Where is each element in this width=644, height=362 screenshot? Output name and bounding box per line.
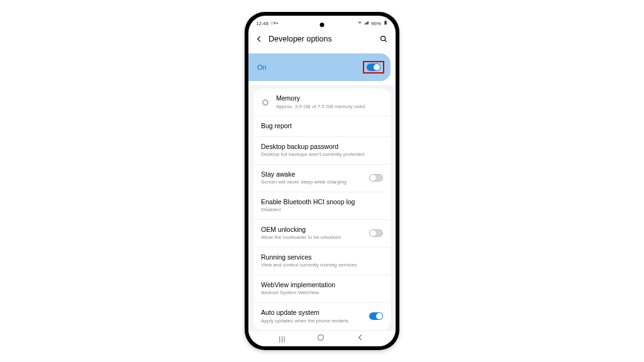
- row-oem-unlocking[interactable]: OEM unlocking Allow the bootloader to be…: [253, 220, 391, 248]
- row-subtitle: Desktop full backups aren't currently pr…: [261, 151, 383, 158]
- row-bluetooth-hci[interactable]: Enable Bluetooth HCI snoop log Disabled: [253, 192, 391, 220]
- page-title: Developer options: [269, 35, 378, 43]
- nav-home[interactable]: [316, 333, 325, 344]
- battery-percent: 96%: [371, 21, 381, 26]
- svg-rect-1: [385, 21, 386, 21]
- svg-line-3: [385, 40, 387, 42]
- row-running-services[interactable]: Running services View and control curren…: [253, 248, 391, 275]
- row-title: Running services: [261, 253, 383, 262]
- stay-awake-toggle[interactable]: [369, 174, 383, 182]
- auto-update-toggle[interactable]: [369, 312, 383, 320]
- row-webview-implementation[interactable]: WebView implementation Android System We…: [253, 275, 391, 303]
- battery-icon: [383, 19, 388, 27]
- oem-unlocking-toggle[interactable]: [369, 229, 383, 237]
- row-subtitle: Allow the bootloader to be unlocked: [261, 234, 363, 241]
- row-desktop-backup-password[interactable]: Desktop backup password Desktop full bac…: [253, 137, 391, 165]
- nav-recents[interactable]: |||: [279, 336, 286, 343]
- wifi-icon: [357, 20, 362, 26]
- search-button[interactable]: [378, 33, 389, 45]
- signal-icon: [364, 20, 369, 26]
- master-toggle-label: On: [257, 63, 267, 71]
- master-toggle-row[interactable]: On: [248, 53, 391, 81]
- row-title: Stay awake: [261, 170, 363, 179]
- row-subtitle: Disabled: [261, 207, 383, 213]
- nav-back[interactable]: [356, 333, 365, 344]
- row-title: WebView implementation: [261, 281, 383, 290]
- row-title: Memory: [276, 94, 383, 103]
- back-button[interactable]: [253, 33, 265, 45]
- svg-rect-5: [318, 335, 323, 340]
- master-toggle-switch[interactable]: [367, 63, 380, 71]
- row-bug-report[interactable]: Bug report: [253, 116, 391, 137]
- svg-rect-0: [384, 21, 386, 25]
- row-title: Bug report: [261, 122, 383, 131]
- phone-screen: 12:48 ⁝ ⁝ ✕ • 96% Developer opt: [248, 16, 396, 346]
- svg-point-2: [381, 36, 386, 41]
- status-notification-icons: ⁝ ⁝ ✕ •: [270, 21, 277, 26]
- front-camera: [320, 23, 325, 27]
- row-subtitle: Screen will never sleep while charging: [261, 179, 363, 185]
- system-nav-bar: |||: [248, 331, 396, 346]
- status-time: 12:48: [256, 21, 269, 26]
- row-subtitle: View and control currently running servi…: [261, 262, 383, 268]
- row-memory[interactable]: Memory Approx. 3.9 GB of 7.5 GB memory u…: [253, 89, 391, 116]
- settings-list: Memory Approx. 3.9 GB of 7.5 GB memory u…: [248, 85, 396, 331]
- row-subtitle: Android System WebView: [261, 290, 383, 296]
- row-auto-update-system[interactable]: Auto update system Apply updates when th…: [253, 303, 391, 330]
- annotation-highlight: [363, 61, 384, 74]
- app-header: Developer options: [248, 31, 396, 50]
- row-title: Enable Bluetooth HCI snoop log: [261, 198, 383, 207]
- row-title: Desktop backup password: [261, 143, 383, 151]
- row-subtitle: Approx. 3.9 GB of 7.5 GB memory used: [276, 104, 383, 110]
- row-title: OEM unlocking: [261, 226, 363, 234]
- row-subtitle: Apply updates when the phone restarts.: [261, 318, 363, 324]
- svg-rect-4: [264, 100, 268, 104]
- phone-frame: 12:48 ⁝ ⁝ ✕ • 96% Developer opt: [245, 12, 399, 350]
- memory-icon: [261, 98, 270, 107]
- row-title: Auto update system: [261, 309, 363, 317]
- row-stay-awake[interactable]: Stay awake Screen will never sleep while…: [253, 165, 391, 192]
